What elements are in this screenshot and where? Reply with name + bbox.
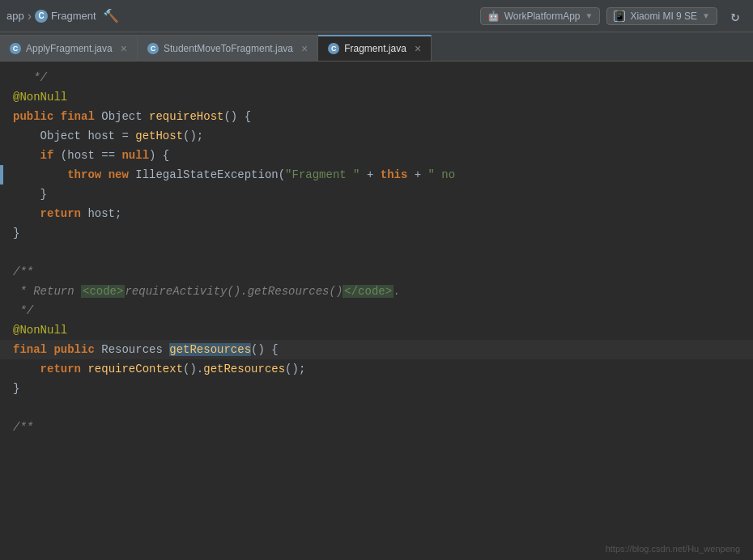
code-line-current: final public Resources getResources() { bbox=[0, 340, 753, 359]
tab-close-2[interactable]: × bbox=[301, 42, 308, 55]
code-content: */ @NonNull public final Object requireH… bbox=[0, 62, 753, 443]
android-robot-icon: 🤖 bbox=[487, 11, 500, 22]
app-selector-label: WorkPlatformApp bbox=[504, 11, 581, 22]
build-icon: 🔨 bbox=[103, 8, 119, 24]
tab-label-1: ApplyFragment.java bbox=[26, 43, 113, 54]
refresh-icon: ↻ bbox=[731, 7, 740, 25]
tab-fragment[interactable]: C Fragment.java × bbox=[318, 35, 432, 61]
tab-apply-fragment[interactable]: C ApplyFragment.java × bbox=[0, 35, 138, 61]
tab-close-3[interactable]: × bbox=[415, 42, 421, 55]
code-line-empty-2 bbox=[0, 398, 753, 418]
code-line: if (host == null) { bbox=[0, 146, 753, 165]
tab-close-1[interactable]: × bbox=[121, 42, 127, 55]
device-icon: 📱 bbox=[614, 11, 625, 22]
tab-c-icon-1: C bbox=[10, 43, 21, 54]
code-line-empty bbox=[0, 243, 753, 262]
watermark: https://blog.csdn.net/Hu_wenpeng bbox=[606, 544, 740, 554]
refresh-button[interactable]: ↻ bbox=[724, 5, 747, 28]
code-line-comment: * Return <code>requireActivity().getReso… bbox=[0, 282, 753, 301]
device-selector[interactable]: 📱 Xiaomi MI 9 SE ▼ bbox=[606, 7, 717, 25]
code-line: public final Object requireHost() { bbox=[0, 107, 753, 126]
code-line: */ bbox=[0, 301, 753, 320]
code-line: @NonNull bbox=[0, 87, 753, 107]
breadcrumb-app-label: app bbox=[6, 10, 24, 22]
code-line: } bbox=[0, 223, 753, 243]
code-editor[interactable]: */ @NonNull public final Object requireH… bbox=[0, 62, 753, 560]
tab-label-3: Fragment.java bbox=[344, 43, 406, 54]
breadcrumb: app › C Fragment bbox=[6, 9, 96, 23]
app-selector[interactable]: 🤖 WorkPlatformApp ▼ bbox=[480, 7, 601, 25]
code-line: } bbox=[0, 379, 753, 398]
tab-c-icon-3: C bbox=[328, 43, 339, 54]
code-line: @NonNull bbox=[0, 320, 753, 340]
tab-c-icon-2: C bbox=[147, 43, 159, 54]
code-line: Object host = getHost(); bbox=[0, 126, 753, 146]
left-bar-indicator bbox=[0, 165, 3, 185]
chevron-down-icon: ▼ bbox=[585, 11, 593, 20]
code-line: /** bbox=[0, 262, 753, 282]
chevron-down-icon-2: ▼ bbox=[702, 11, 710, 20]
code-line: } bbox=[0, 185, 753, 204]
code-line-throw: throw new IllegalStateException("Fragmen… bbox=[0, 165, 753, 185]
tabs-bar: C ApplyFragment.java × C StudentMoveToFr… bbox=[0, 32, 753, 62]
tab-label-2: StudentMoveToFragment.java bbox=[164, 43, 293, 54]
watermark-text: https://blog.csdn.net/Hu_wenpeng bbox=[606, 544, 740, 554]
code-line: /** bbox=[0, 418, 753, 437]
code-line: return host; bbox=[0, 204, 753, 223]
breadcrumb-fragment-label: Fragment bbox=[51, 10, 96, 22]
tab-student-move[interactable]: C StudentMoveToFragment.java × bbox=[138, 35, 318, 61]
c-class-icon: C bbox=[35, 10, 48, 23]
code-line: */ bbox=[0, 68, 753, 87]
code-line: return requireContext().getResources(); bbox=[0, 359, 753, 379]
device-selector-label: Xiaomi MI 9 SE bbox=[630, 11, 697, 22]
title-bar: app › C Fragment 🔨 🤖 WorkPlatformApp ▼ 📱… bbox=[0, 0, 753, 32]
breadcrumb-separator: › bbox=[28, 9, 32, 23]
